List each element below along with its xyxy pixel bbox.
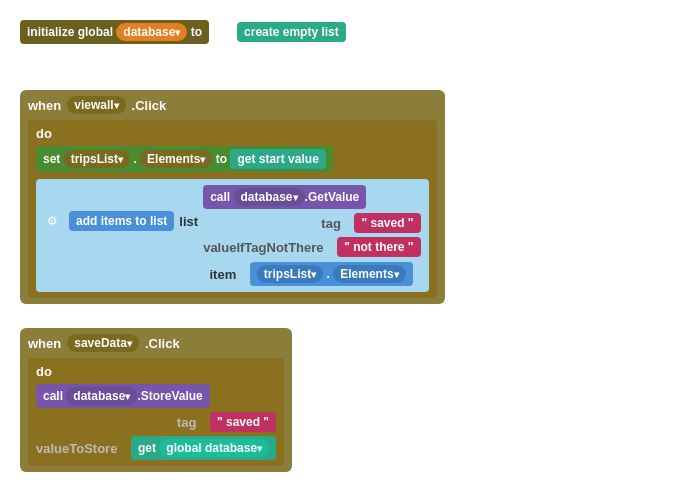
tag-label-1: tag	[321, 216, 341, 231]
do-label-row: do	[36, 126, 429, 141]
do-body-2: do call database .StoreValue tag	[28, 358, 284, 466]
saveData-pill[interactable]: saveData	[67, 334, 139, 352]
light-blue-area: ⚙ add items to list list call data	[36, 179, 429, 292]
call-label-1: call	[210, 190, 230, 204]
when-header-2: when saveData .Click	[28, 334, 284, 352]
when-container-1: when viewall .Click do set tripsList .	[20, 90, 445, 304]
call-label-2: call	[43, 389, 63, 403]
global-database-pill[interactable]: global database	[159, 439, 269, 457]
do-body-1: do set tripsList . Elements to	[28, 120, 437, 298]
value-to-store-label: valueToStore	[36, 441, 117, 456]
store-value-label: .StoreValue	[137, 389, 202, 403]
when-label-2: when	[28, 336, 61, 351]
click-label-1: .Click	[132, 98, 167, 113]
when-block-1: when viewall .Click do set tripsList .	[20, 90, 445, 304]
set-block: set tripsList . Elements to get start va…	[36, 146, 333, 172]
saved-string-2: " saved "	[210, 412, 276, 432]
add-items-block: add items to list	[69, 211, 174, 231]
add-items-row: ⚙ add items to list list call data	[44, 185, 421, 257]
initialize-label: initialize global	[27, 25, 113, 39]
store-value-group: call database .StoreValue tag " saved "	[36, 384, 276, 460]
dot1: .	[133, 152, 136, 166]
database-pill-top[interactable]: database	[116, 23, 187, 41]
get-start-value-block: get start value	[230, 149, 325, 169]
database2-pill[interactable]: database	[234, 188, 305, 206]
tripsList-pill-1[interactable]: tripsList	[64, 150, 130, 168]
add-items-label: add items to list	[76, 214, 167, 228]
not-there-string: " not there "	[337, 237, 420, 257]
get-global-database-block: get global database	[131, 436, 276, 460]
value-if-tag-label: valueIfTagNotThere	[203, 240, 323, 255]
when-header-1: when viewall .Click	[28, 96, 437, 114]
to-label-top: to	[191, 25, 202, 39]
click-label-2: .Click	[145, 336, 180, 351]
do-label-2: do	[36, 364, 52, 379]
list-label: list	[179, 214, 198, 229]
tripsList-elements-block: tripsList . Elements	[250, 262, 413, 286]
do-label-row-2: do	[36, 364, 276, 379]
top-row: initialize global database to ⚙ create e…	[20, 20, 346, 44]
tripsList-pill-2[interactable]: tripsList	[257, 265, 323, 283]
when-block-2: when saveData .Click do call database	[20, 328, 292, 472]
call-block: call database .GetValue	[203, 185, 366, 209]
get-value-label: .GetValue	[305, 190, 360, 204]
tag-row: tag " saved "	[203, 213, 420, 233]
elements-pill-1[interactable]: Elements	[140, 150, 212, 168]
to-label-1: to	[216, 152, 227, 166]
elements-pill-2[interactable]: Elements	[333, 265, 405, 283]
when-label-1: when	[28, 98, 61, 113]
create-empty-list-block: create empty list	[237, 22, 346, 42]
gear-icon-list: ⚙	[44, 213, 60, 229]
saved-string-1: " saved "	[354, 213, 420, 233]
initialize-block: initialize global database to	[20, 20, 209, 44]
create-empty-list-label: create empty list	[244, 25, 339, 39]
set-row: set tripsList . Elements to get start va…	[36, 146, 429, 172]
do-label-1: do	[36, 126, 52, 141]
call-store-row: call database .StoreValue	[36, 384, 276, 408]
dot2: .	[327, 267, 330, 281]
viewall-pill[interactable]: viewall	[67, 96, 125, 114]
tag-row-2: tag " saved "	[36, 412, 276, 432]
gear-icon-top: ⚙	[213, 24, 229, 40]
tag-label-2: tag	[177, 415, 197, 430]
item-row: item tripsList . Elements	[44, 262, 421, 286]
when-container-2: when saveData .Click do call database	[20, 328, 292, 472]
database-pill-2[interactable]: database	[66, 387, 137, 405]
call-row: call database .GetValue	[203, 185, 420, 209]
call-store-block: call database .StoreValue	[36, 384, 210, 408]
get-label: get	[138, 441, 156, 455]
value-if-tag-row: valueIfTagNotThere " not there "	[203, 237, 420, 257]
set-label: set	[43, 152, 60, 166]
value-to-store-row: valueToStore get global database	[36, 436, 276, 460]
item-label: item	[209, 267, 236, 282]
call-getvalue-group: call database .GetValue tag " sa	[203, 185, 420, 257]
